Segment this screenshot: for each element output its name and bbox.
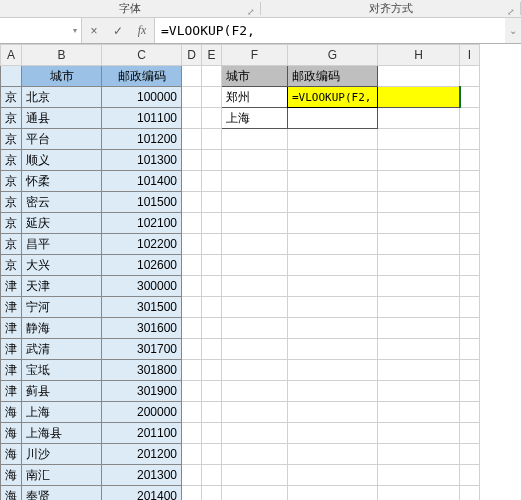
cell-A3[interactable]: 京 bbox=[1, 108, 22, 129]
cell[interactable] bbox=[182, 255, 202, 276]
cell[interactable] bbox=[222, 360, 288, 381]
cell[interactable] bbox=[222, 423, 288, 444]
cell[interactable]: 201400 bbox=[102, 486, 182, 501]
cell[interactable] bbox=[288, 297, 378, 318]
cell[interactable]: 大兴 bbox=[22, 255, 102, 276]
cell[interactable]: 201200 bbox=[102, 444, 182, 465]
cell[interactable] bbox=[222, 192, 288, 213]
cell[interactable] bbox=[460, 192, 480, 213]
cell-C2[interactable]: 100000 bbox=[102, 87, 182, 108]
cell[interactable] bbox=[182, 402, 202, 423]
cell[interactable] bbox=[222, 444, 288, 465]
cell-H2[interactable] bbox=[378, 87, 460, 108]
cell-E3[interactable] bbox=[202, 108, 222, 129]
cell[interactable] bbox=[222, 465, 288, 486]
cell[interactable] bbox=[460, 255, 480, 276]
cell[interactable]: 津 bbox=[1, 318, 22, 339]
cell[interactable]: 川沙 bbox=[22, 444, 102, 465]
cell-B3[interactable]: 通县 bbox=[22, 108, 102, 129]
cell-D2[interactable] bbox=[182, 87, 202, 108]
cell[interactable]: 201300 bbox=[102, 465, 182, 486]
cell-I1[interactable] bbox=[460, 66, 480, 87]
cell[interactable] bbox=[288, 486, 378, 501]
cell[interactable]: 昌平 bbox=[22, 234, 102, 255]
cell[interactable] bbox=[288, 423, 378, 444]
cell[interactable] bbox=[182, 213, 202, 234]
cell[interactable] bbox=[202, 171, 222, 192]
cell[interactable]: 海 bbox=[1, 444, 22, 465]
cell[interactable] bbox=[460, 423, 480, 444]
cell[interactable] bbox=[182, 318, 202, 339]
cell[interactable]: 津 bbox=[1, 297, 22, 318]
cell[interactable]: 宝坻 bbox=[22, 360, 102, 381]
cell[interactable] bbox=[378, 465, 460, 486]
cell[interactable] bbox=[202, 381, 222, 402]
col-header-A[interactable]: A bbox=[1, 45, 22, 66]
cell[interactable] bbox=[222, 402, 288, 423]
cell[interactable] bbox=[288, 192, 378, 213]
cell[interactable] bbox=[202, 276, 222, 297]
cell[interactable] bbox=[460, 129, 480, 150]
cell[interactable] bbox=[182, 171, 202, 192]
cell[interactable] bbox=[288, 213, 378, 234]
cell[interactable] bbox=[202, 360, 222, 381]
cell[interactable]: 海 bbox=[1, 423, 22, 444]
cell[interactable] bbox=[460, 444, 480, 465]
cell[interactable] bbox=[460, 402, 480, 423]
cell[interactable] bbox=[460, 171, 480, 192]
cell[interactable]: 300000 bbox=[102, 276, 182, 297]
cell[interactable] bbox=[182, 360, 202, 381]
cell-G2-active[interactable]: =VLOOKUP(F2, bbox=[288, 87, 378, 108]
cell[interactable]: 京 bbox=[1, 192, 22, 213]
cell[interactable]: 武清 bbox=[22, 339, 102, 360]
cell[interactable] bbox=[202, 402, 222, 423]
cell[interactable] bbox=[288, 129, 378, 150]
cell[interactable] bbox=[378, 129, 460, 150]
cell[interactable] bbox=[460, 360, 480, 381]
cell[interactable] bbox=[378, 192, 460, 213]
cell[interactable] bbox=[460, 318, 480, 339]
cell[interactable]: 101300 bbox=[102, 150, 182, 171]
cell[interactable] bbox=[222, 486, 288, 501]
cell[interactable]: 津 bbox=[1, 339, 22, 360]
ribbon-section-font[interactable]: 字体 bbox=[0, 0, 261, 17]
spreadsheet-grid[interactable]: A B C D E F G H I 城市 邮政编码 城市 邮政编码 京 北京 1… bbox=[0, 44, 521, 500]
cell[interactable]: 301800 bbox=[102, 360, 182, 381]
cell-D1[interactable] bbox=[182, 66, 202, 87]
cell[interactable] bbox=[378, 171, 460, 192]
cell[interactable] bbox=[460, 234, 480, 255]
cell[interactable]: 延庆 bbox=[22, 213, 102, 234]
cell[interactable] bbox=[460, 276, 480, 297]
cell[interactable] bbox=[288, 360, 378, 381]
cell[interactable] bbox=[182, 339, 202, 360]
cell[interactable] bbox=[378, 486, 460, 501]
cell[interactable] bbox=[222, 150, 288, 171]
cell-D3[interactable] bbox=[182, 108, 202, 129]
cell-A1[interactable] bbox=[1, 66, 22, 87]
cell[interactable]: 102100 bbox=[102, 213, 182, 234]
cell[interactable] bbox=[378, 276, 460, 297]
cell[interactable] bbox=[288, 234, 378, 255]
fx-icon[interactable]: fx bbox=[130, 18, 154, 43]
cell[interactable] bbox=[460, 297, 480, 318]
cell[interactable] bbox=[460, 339, 480, 360]
cell[interactable]: 301900 bbox=[102, 381, 182, 402]
cell-E2[interactable] bbox=[202, 87, 222, 108]
cell[interactable] bbox=[202, 213, 222, 234]
cell[interactable] bbox=[222, 381, 288, 402]
cell[interactable] bbox=[182, 444, 202, 465]
cell[interactable] bbox=[288, 381, 378, 402]
cell-C1[interactable]: 邮政编码 bbox=[102, 66, 182, 87]
cell[interactable] bbox=[378, 360, 460, 381]
cell[interactable]: 京 bbox=[1, 150, 22, 171]
cell[interactable] bbox=[202, 465, 222, 486]
cell[interactable] bbox=[460, 381, 480, 402]
cell-G3[interactable] bbox=[288, 108, 378, 129]
cell[interactable]: 京 bbox=[1, 213, 22, 234]
cell[interactable]: 蓟县 bbox=[22, 381, 102, 402]
cell[interactable] bbox=[378, 423, 460, 444]
cell[interactable]: 宁河 bbox=[22, 297, 102, 318]
cell[interactable] bbox=[378, 234, 460, 255]
col-header-I[interactable]: I bbox=[460, 45, 480, 66]
cell[interactable]: 津 bbox=[1, 360, 22, 381]
